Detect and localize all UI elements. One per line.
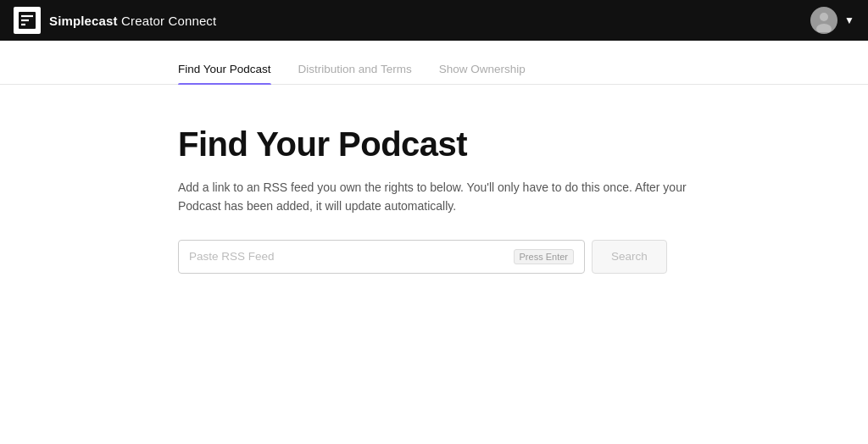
description-text: Add a link to an RSS feed you own the ri… xyxy=(178,178,687,216)
app-header: Simplecast Creator Connect ▼ xyxy=(0,0,868,41)
search-button[interactable]: Search xyxy=(592,240,667,274)
brand-name: Simplecast Creator Connect xyxy=(49,14,216,28)
header-right: ▼ xyxy=(810,7,854,34)
user-avatar-icon xyxy=(812,8,836,32)
svg-point-5 xyxy=(816,24,832,32)
logo-icon xyxy=(18,11,36,30)
tab-distribution-and-terms[interactable]: Distribution and Terms xyxy=(298,63,412,84)
rss-feed-input[interactable] xyxy=(189,250,514,263)
app-logo[interactable] xyxy=(14,7,41,34)
main-content: Find Your Podcast Add a link to an RSS f… xyxy=(0,85,868,274)
chevron-down-icon[interactable]: ▼ xyxy=(844,14,854,26)
search-row: Press Enter Search xyxy=(178,240,690,274)
press-enter-badge: Press Enter xyxy=(514,249,574,264)
svg-point-4 xyxy=(820,13,828,21)
rss-input-wrapper[interactable]: Press Enter xyxy=(178,240,585,274)
tabs-navigation: Find Your Podcast Distribution and Terms… xyxy=(0,41,868,85)
tab-find-your-podcast[interactable]: Find Your Podcast xyxy=(178,63,271,84)
avatar[interactable] xyxy=(810,7,837,34)
page-title: Find Your Podcast xyxy=(178,125,690,163)
header-left: Simplecast Creator Connect xyxy=(14,7,216,34)
tab-show-ownership[interactable]: Show Ownership xyxy=(439,63,526,84)
